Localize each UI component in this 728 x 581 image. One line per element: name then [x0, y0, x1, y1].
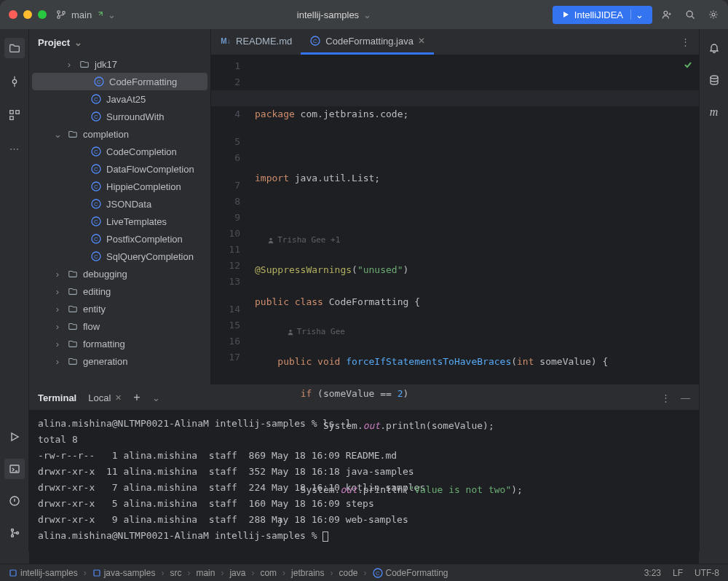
vcs-branch-widget[interactable]: main ⌄: [55, 9, 116, 20]
tree-item-postfixcompletion[interactable]: CPostfixCompletion: [29, 230, 210, 248]
project-name: intellij-samples: [297, 9, 359, 20]
tree-item-entity[interactable]: ›entity: [29, 300, 210, 317]
breadcrumb-item[interactable]: CCodeFormatting: [373, 568, 448, 578]
tree-item-label: DataFlowCompletion: [106, 164, 194, 175]
svg-point-12: [11, 529, 13, 531]
maven-tool-button[interactable]: m: [704, 102, 724, 122]
breadcrumb-item[interactable]: com: [260, 568, 277, 578]
tree-item-javaat25[interactable]: CJavaAt25: [29, 90, 210, 108]
tree-item-jdk17[interactable]: ›jdk17: [29, 55, 210, 73]
tab-codeformatting[interactable]: C CodeFormatting.java ✕: [301, 29, 434, 55]
breadcrumb-item[interactable]: code: [339, 568, 357, 578]
svg-text:C: C: [313, 38, 317, 44]
run-tool-button[interactable]: [4, 427, 25, 447]
chevron-right-icon: ›: [52, 286, 63, 297]
close-window-icon[interactable]: [9, 10, 17, 19]
svg-rect-41: [10, 570, 16, 576]
new-terminal-icon[interactable]: +: [133, 391, 140, 404]
sidebar-header[interactable]: Project ⌄: [29, 29, 210, 55]
run-configuration-button[interactable]: IntelliJIDEA ⌄: [553, 6, 652, 24]
terminal-tab[interactable]: Local✕: [88, 392, 122, 403]
tree-item-surroundwith[interactable]: CSurroundWith: [29, 108, 210, 125]
svg-point-5: [712, 13, 715, 16]
breadcrumb-item[interactable]: intellij-samples: [9, 568, 78, 578]
file-encoding[interactable]: UTF-8: [695, 568, 719, 578]
chevron-down-icon: ⌄: [52, 129, 63, 140]
close-tab-icon[interactable]: ✕: [418, 36, 425, 46]
inspections-ok-icon[interactable]: [683, 60, 693, 70]
tree-item-sqlquerycompletion[interactable]: CSqlQueryCompletion: [29, 248, 210, 265]
cursor-position[interactable]: 3:23: [644, 568, 661, 578]
chevron-down-icon: ⌄: [74, 37, 82, 48]
branch-name: main: [71, 9, 92, 20]
breadcrumb-item[interactable]: jetbrains: [291, 568, 324, 578]
breadcrumb-item[interactable]: main: [196, 568, 215, 578]
search-icon[interactable]: [684, 9, 696, 20]
code-editor[interactable]: 1234567891011121314151617 package com.je…: [211, 55, 699, 552]
folder-icon: [67, 285, 79, 297]
svg-text:C: C: [94, 114, 98, 120]
class-icon: C: [93, 76, 105, 87]
tree-item-dataflowcompletion[interactable]: CDataFlowCompletion: [29, 160, 210, 178]
launch-icon: [96, 11, 103, 18]
class-icon: C: [90, 216, 102, 227]
svg-point-6: [12, 79, 16, 83]
project-title[interactable]: intellij-samples ⌄: [124, 9, 544, 20]
vcs-tool-button[interactable]: [4, 523, 25, 543]
tabs-more-icon[interactable]: ⋮: [672, 29, 699, 55]
problems-tool-button[interactable]: [4, 491, 25, 511]
tree-item-jsondata[interactable]: CJSONData: [29, 195, 210, 213]
chevron-down-icon: ⌄: [636, 9, 644, 20]
statusbar: intellij-samples›java-samples›src›main›j…: [0, 564, 728, 581]
svg-point-2: [63, 12, 66, 15]
tab-label: CodeFormatting.java: [325, 36, 414, 47]
terminal-tab-label: Local: [88, 392, 111, 403]
structure-tool-button[interactable]: [4, 105, 25, 125]
svg-text:C: C: [94, 201, 98, 208]
svg-text:C: C: [376, 570, 380, 577]
svg-rect-8: [15, 111, 19, 114]
tab-readme[interactable]: M↓ README.md: [211, 29, 301, 55]
tree-item-hippiecompletion[interactable]: CHippieCompletion: [29, 178, 210, 195]
tree-item-debugging[interactable]: ›debugging: [29, 265, 210, 282]
breadcrumb-item[interactable]: src: [170, 568, 181, 578]
author-inlay[interactable]: Trisha Gee +1: [277, 232, 340, 248]
left-tool-strip: ⋯: [0, 29, 29, 552]
tab-label: README.md: [236, 36, 292, 47]
chevron-right-icon: ›: [52, 356, 63, 367]
notifications-tool-button[interactable]: [704, 38, 724, 58]
terminal-title[interactable]: Terminal: [38, 392, 76, 403]
svg-point-38: [289, 330, 291, 332]
database-tool-button[interactable]: [704, 70, 724, 90]
code-content[interactable]: package com.jetbrains.code; import java.…: [248, 55, 699, 552]
maximize-window-icon[interactable]: [38, 10, 47, 19]
line-separator[interactable]: LF: [673, 568, 683, 578]
breadcrumb-item[interactable]: java-samples: [92, 568, 156, 578]
more-tool-button[interactable]: ⋯: [4, 138, 25, 159]
tree-item-formatting[interactable]: ›formatting: [29, 335, 210, 352]
tree-item-editing[interactable]: ›editing: [29, 282, 210, 300]
breadcrumb-item[interactable]: java: [229, 568, 245, 578]
tree-item-codeformatting[interactable]: CCodeFormatting: [32, 73, 207, 90]
commit-tool-button[interactable]: [4, 71, 25, 92]
minimize-window-icon[interactable]: [23, 10, 32, 19]
tree-item-label: generation: [83, 356, 127, 367]
tree-item-flow[interactable]: ›flow: [29, 317, 210, 335]
chevron-right-icon: ›: [52, 269, 63, 280]
svg-point-40: [711, 76, 718, 79]
chevron-right-icon: ›: [64, 59, 74, 70]
breadcrumbs[interactable]: intellij-samples›java-samples›src›main›j…: [9, 568, 448, 578]
tree-item-generation[interactable]: ›generation: [29, 352, 210, 370]
tree-item-livetemplates[interactable]: CLiveTemplates: [29, 213, 210, 230]
author-inlay[interactable]: Trisha Gee: [297, 324, 345, 340]
project-tool-button[interactable]: [4, 38, 25, 58]
tree-item-completion[interactable]: ⌄completion: [29, 125, 210, 143]
close-tab-icon[interactable]: ✕: [115, 393, 122, 403]
settings-icon[interactable]: [708, 9, 719, 20]
code-with-me-icon[interactable]: [661, 9, 673, 20]
terminal-tool-button[interactable]: [4, 459, 25, 479]
folder-icon: [67, 320, 79, 332]
chevron-down-icon[interactable]: ⌄: [152, 392, 160, 403]
folder-icon: [79, 58, 90, 70]
tree-item-codecompletion[interactable]: CCodeCompletion: [29, 143, 210, 160]
